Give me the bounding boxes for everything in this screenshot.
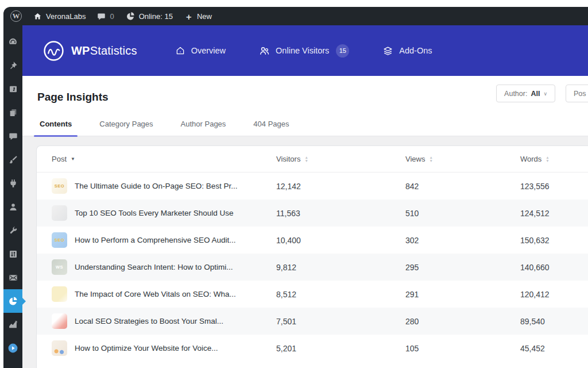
new-label: New [197, 12, 212, 21]
post-cell: SEO The Ultimate Guide to On-Page SEO: B… [52, 178, 276, 194]
post-type-filter-partial: Pos [574, 90, 586, 98]
tabs: Contents Category Pages Author Pages 404… [22, 118, 588, 136]
chevron-down-icon: ∨ [543, 91, 547, 97]
sidebar-item-dashboard[interactable] [3, 30, 22, 53]
sidebar-item-statistics[interactable] [3, 289, 22, 313]
layers-icon [382, 45, 393, 56]
visitors-icon [259, 45, 270, 56]
plug-icon [9, 179, 18, 188]
views-value: 280 [405, 317, 520, 326]
post-title-link[interactable]: How to Perform a Comprehensive SEO Audit… [75, 236, 236, 244]
sort-icon: ▲▼ [429, 156, 432, 162]
nav-add-ons[interactable]: Add-Ons [382, 45, 432, 56]
post-title-link[interactable]: The Ultimate Guide to On-Page SEO: Best … [75, 182, 238, 190]
column-header-visitors[interactable]: Visitors ▲▼ [276, 155, 405, 163]
online-visitors-badge: 15 [336, 44, 349, 57]
pie-chart-icon [126, 12, 135, 21]
nav-overview[interactable]: Overview [175, 45, 226, 56]
words-value: 45,452 [520, 344, 588, 353]
tab-contents[interactable]: Contents [37, 118, 74, 136]
post-thumbnail [52, 340, 67, 356]
sidebar-item-users[interactable] [3, 195, 22, 218]
caret-down-icon: ▼ [71, 156, 75, 162]
nav-overview-label: Overview [191, 46, 226, 55]
words-value: 140,660 [520, 263, 588, 272]
envelope-icon [9, 273, 18, 282]
wp-admin-sidebar [3, 25, 22, 368]
wpstatistics-brand[interactable]: WPStatistics [43, 40, 137, 62]
visitors-value: 12,142 [276, 182, 405, 191]
sidebar-item-tools[interactable] [3, 218, 22, 242]
post-thumbnail [52, 205, 67, 221]
area-chart-icon [8, 320, 18, 329]
visitors-value: 7,501 [276, 317, 405, 326]
sidebar-item-appearance[interactable] [3, 148, 22, 171]
home-icon [33, 12, 42, 21]
dashboard-icon [8, 37, 18, 47]
user-icon [9, 202, 18, 212]
wpstatistics-logo-icon [43, 40, 64, 62]
column-header-post[interactable]: Post ▼ [52, 155, 276, 163]
tab-author-pages[interactable]: Author Pages [179, 118, 229, 136]
page-title: Page Insights [37, 91, 109, 103]
column-header-words[interactable]: Words ▲▼ [520, 155, 588, 163]
sidebar-item-plugins[interactable] [3, 171, 22, 195]
comment-icon [97, 12, 106, 21]
nav-online-visitors[interactable]: Online Visitors 15 [259, 44, 349, 57]
author-filter-button[interactable]: Author: All ∨ [496, 85, 555, 102]
site-name-menu[interactable]: VeronaLabs [33, 12, 86, 21]
post-thumbnail: SEO [52, 178, 67, 194]
wrench-icon [9, 226, 18, 235]
content-background: Post ▼ Visitors ▲▼ Views ▲▼ Words [22, 136, 588, 368]
post-cell: How to Optimize Your Website for Voice..… [52, 340, 276, 356]
sidebar-item-media[interactable] [3, 77, 22, 101]
post-title-link[interactable]: Top 10 SEO Tools Every Marketer Should U… [75, 209, 234, 217]
tab-category-pages[interactable]: Category Pages [97, 118, 155, 136]
posts-table-card: Post ▼ Visitors ▲▼ Views ▲▼ Words [36, 145, 588, 368]
post-thumbnail: SEO [52, 232, 67, 248]
pushpin-icon [9, 61, 18, 70]
sidebar-item-comments[interactable] [3, 124, 22, 148]
words-value: 150,632 [520, 236, 588, 245]
settings-icon [9, 250, 18, 259]
comments-icon [9, 132, 18, 141]
words-value: 120,412 [520, 290, 588, 299]
post-type-filter-button[interactable]: Pos [566, 85, 588, 102]
nav-online-visitors-label: Online Visitors [276, 46, 329, 55]
post-thumbnail [52, 286, 67, 302]
sidebar-item-mail[interactable] [3, 266, 22, 289]
sidebar-item-settings[interactable] [3, 242, 22, 266]
visitors-value: 11,563 [276, 209, 405, 218]
tab-404-pages[interactable]: 404 Pages [251, 118, 291, 136]
views-value: 302 [405, 236, 520, 245]
post-cell: WS Understanding Search Intent: How to O… [52, 259, 276, 275]
column-header-views[interactable]: Views ▲▼ [405, 155, 520, 163]
sort-icon: ▲▼ [304, 156, 308, 162]
table-header-row: Post ▼ Visitors ▲▼ Views ▲▼ Words [37, 146, 588, 172]
sidebar-item-play[interactable] [3, 336, 22, 360]
post-cell: Local SEO Strategies to Boost Your Smal.… [52, 313, 276, 329]
wordpress-logo-icon: W [10, 10, 22, 22]
post-title-link[interactable]: Understanding Search Intent: How to Opti… [75, 263, 233, 271]
author-filter-prefix: Author: [504, 90, 527, 98]
wp-logo-menu[interactable]: W [10, 10, 22, 22]
visitors-value: 8,512 [276, 290, 405, 299]
table-row: SEO How to Perform a Comprehensive SEO A… [37, 227, 588, 254]
sidebar-item-charts[interactable] [3, 313, 22, 336]
sidebar-item-posts[interactable] [3, 53, 22, 77]
sort-icon: ▲▼ [546, 156, 549, 162]
media-icon [9, 85, 18, 94]
comments-menu[interactable]: 0 [97, 12, 114, 21]
post-cell: SEO How to Perform a Comprehensive SEO A… [52, 232, 276, 248]
post-cell: The Impact of Core Web Vitals on SEO: Wh… [52, 286, 276, 302]
sidebar-item-pages[interactable] [3, 101, 22, 124]
post-thumbnail [52, 313, 67, 329]
table-row: Top 10 SEO Tools Every Marketer Should U… [37, 200, 588, 227]
online-menu[interactable]: Online: 15 [126, 12, 173, 21]
new-menu[interactable]: ＋ New [184, 12, 212, 21]
post-title-link[interactable]: Local SEO Strategies to Boost Your Smal.… [75, 317, 223, 325]
visitors-value: 10,400 [276, 236, 405, 245]
post-title-link[interactable]: How to Optimize Your Website for Voice..… [75, 344, 218, 352]
table-row: WS Understanding Search Intent: How to O… [37, 254, 588, 281]
post-title-link[interactable]: The Impact of Core Web Vitals on SEO: Wh… [75, 290, 236, 298]
